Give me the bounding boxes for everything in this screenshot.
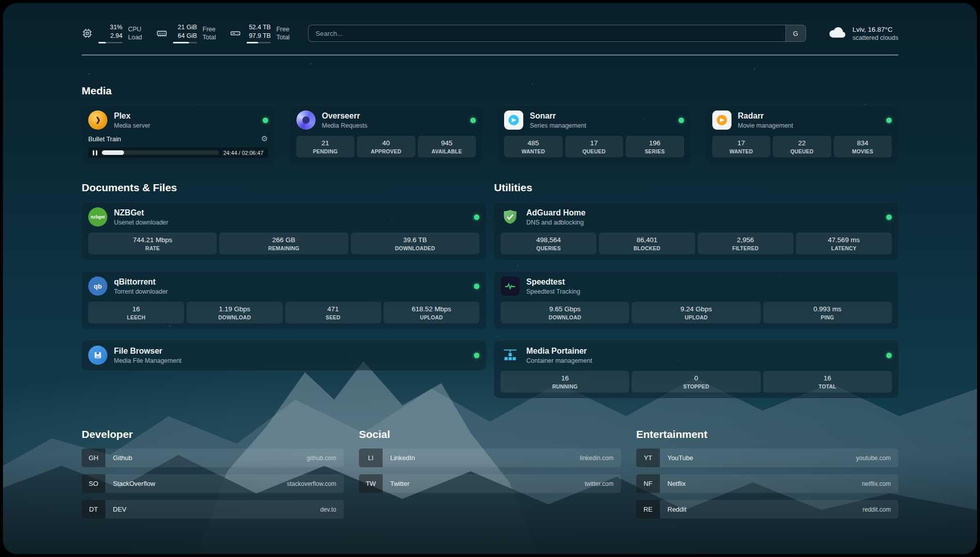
group-title-social: Social bbox=[359, 428, 621, 440]
lower-columns: Documents & Files nzbget NZBGet Usenet d… bbox=[82, 182, 898, 398]
nzbget-icon: nzbget bbox=[88, 207, 107, 227]
bookmark-domain: reddit.com bbox=[863, 506, 898, 513]
status-dot bbox=[679, 118, 684, 123]
memory-widget: 21 GiB 64 GiB Free Total bbox=[156, 23, 216, 43]
service-meta: Radarr Movie management bbox=[738, 112, 793, 129]
bookmark-name: Netflix bbox=[660, 480, 686, 487]
bookmark-netflix[interactable]: NF Netflix netflix.com bbox=[636, 474, 898, 493]
status-dot bbox=[474, 284, 479, 289]
stat-box: 471 SEED bbox=[285, 302, 381, 323]
service-header: File Browser Media File Management bbox=[88, 346, 479, 365]
cpu-usage-bar bbox=[98, 42, 122, 43]
stat-box: 945 AVAILABLE bbox=[418, 136, 476, 157]
bookmark-name: StackOverflow bbox=[105, 480, 155, 487]
service-description: Media File Management bbox=[114, 357, 181, 364]
memory-icon bbox=[156, 28, 167, 39]
search-provider-button[interactable]: G bbox=[785, 25, 806, 41]
resource-widgets: 31% 2.94 CPU Load 21 GiB 64 G bbox=[82, 23, 290, 43]
service-card-nzbget[interactable]: nzbget NZBGet Usenet downloader 744.21 M… bbox=[82, 202, 486, 260]
bookmark-abbr: TW bbox=[359, 474, 383, 493]
service-card-portainer[interactable]: Media Portainer Container management 16 … bbox=[494, 340, 898, 398]
stat-box: 9.65 Gbps DOWNLOAD bbox=[501, 302, 629, 323]
service-description: Container management bbox=[526, 357, 592, 364]
bookmark-groups: Developer GH Github github.com SO StackO… bbox=[82, 428, 898, 526]
service-stats: 16 LEECH 1.19 Gbps DOWNLOAD 471 SEED bbox=[88, 302, 479, 323]
service-description: Series management bbox=[530, 122, 586, 129]
service-meta: NZBGet Usenet downloader bbox=[114, 208, 168, 226]
service-card-qbittorrent[interactable]: qb qBittorrent Torrent downloader 16 LEE… bbox=[82, 271, 486, 329]
bookmark-stackoverflow[interactable]: SO StackOverflow stackoverflow.com bbox=[82, 474, 344, 493]
stat-box: 16 RUNNING bbox=[501, 371, 629, 393]
service-header: Speedtest Speedtest Tracking bbox=[501, 276, 892, 296]
portainer-icon bbox=[501, 346, 520, 365]
bookmark-abbr: YT bbox=[636, 449, 660, 467]
service-card-adguard[interactable]: AdGuard Home DNS and adblocking 498,564 … bbox=[494, 202, 898, 260]
memory-total: 64 GiB bbox=[178, 32, 197, 40]
service-header: Overseerr Media Requests bbox=[296, 110, 476, 130]
stat-box: 834 MOVIES bbox=[834, 136, 892, 157]
cpu-load-value: 2.94 bbox=[110, 32, 122, 40]
service-stats: 485 WANTED 17 QUEUED 196 SERIES bbox=[504, 136, 684, 157]
stat-box: 744.21 Mbps RATE bbox=[88, 233, 217, 254]
service-card-sonarr[interactable]: Sonarr Series management 485 WANTED 17 Q… bbox=[498, 105, 691, 163]
service-header: Plex Media server bbox=[88, 110, 268, 130]
stat-box: 16 LEECH bbox=[88, 302, 184, 323]
now-playing-title: Bullet Train bbox=[88, 135, 121, 143]
bookmark-name: Twitter bbox=[383, 480, 409, 487]
bookmark-github[interactable]: GH Github github.com bbox=[82, 449, 344, 467]
now-playing-row: Bullet Train ⚙ bbox=[88, 135, 268, 143]
gear-icon[interactable]: ⚙ bbox=[261, 135, 268, 143]
cpu-widget: 31% 2.94 CPU Load bbox=[82, 23, 142, 43]
adguard-icon bbox=[501, 207, 520, 227]
weather-widget: Lviv, 16.87°C scattered clouds bbox=[828, 26, 898, 41]
service-header: nzbget NZBGet Usenet downloader bbox=[88, 207, 479, 227]
service-description: Speedtest Tracking bbox=[526, 288, 580, 295]
background-stars bbox=[3, 3, 4, 4]
playback-bar: 24:44 / 02:06:47 bbox=[88, 147, 268, 158]
service-card-filebrowser[interactable]: File Browser Media File Management bbox=[82, 340, 486, 370]
search-input[interactable] bbox=[309, 30, 785, 37]
section-title-utilities: Utilities bbox=[494, 182, 898, 194]
bookmark-abbr: SO bbox=[82, 474, 105, 493]
service-name: Plex bbox=[114, 112, 150, 121]
service-stats: 498,564 QUERIES 86,401 BLOCKED 2,956 FIL… bbox=[501, 233, 892, 254]
bookmark-domain: linkedin.com bbox=[580, 455, 621, 462]
stat-box: 21 PENDING bbox=[296, 136, 355, 157]
bookmark-linkedin[interactable]: LI LinkedIn linkedin.com bbox=[359, 449, 621, 467]
service-header: Media Portainer Container management bbox=[501, 346, 892, 365]
stat-box: 0 STOPPED bbox=[632, 371, 760, 393]
service-name: qBittorrent bbox=[114, 277, 168, 287]
bookmark-dev[interactable]: DT DEV dev.to bbox=[82, 500, 344, 519]
disk-widget: 52.4 TB 97.9 TB Free Total bbox=[230, 23, 289, 43]
bookmark-name: YouTube bbox=[660, 454, 693, 462]
service-meta: File Browser Media File Management bbox=[114, 347, 181, 364]
service-meta: Sonarr Series management bbox=[530, 112, 586, 129]
service-description: Media server bbox=[114, 122, 150, 129]
stat-box: 16 TOTAL bbox=[763, 371, 892, 393]
bookmark-reddit[interactable]: RE Reddit reddit.com bbox=[636, 500, 898, 519]
service-name: NZBGet bbox=[114, 208, 168, 217]
service-card-overseerr[interactable]: Overseerr Media Requests 21 PENDING 40 A… bbox=[290, 105, 483, 163]
service-name: Overseerr bbox=[322, 112, 368, 121]
service-meta: Overseerr Media Requests bbox=[322, 112, 368, 129]
weather-location: Lviv, 16.87°C bbox=[852, 26, 898, 33]
service-card-plex[interactable]: Plex Media server Bullet Train ⚙ 24:44 /… bbox=[82, 105, 275, 163]
service-meta: qBittorrent Torrent downloader bbox=[114, 277, 168, 295]
bookmark-twitter[interactable]: TW Twitter twitter.com bbox=[359, 474, 621, 493]
stat-box: 86,401 BLOCKED bbox=[599, 233, 695, 254]
disk-values: 52.4 TB 97.9 TB bbox=[247, 23, 271, 43]
service-card-speedtest[interactable]: Speedtest Speedtest Tracking 9.65 Gbps D… bbox=[494, 271, 898, 329]
service-meta: Speedtest Speedtest Tracking bbox=[526, 277, 580, 295]
pause-button[interactable] bbox=[93, 150, 97, 155]
service-card-radarr[interactable]: Radarr Movie management 17 WANTED 22 QUE… bbox=[706, 105, 899, 163]
stat-box: 618.52 Mbps UPLOAD bbox=[384, 302, 479, 323]
service-meta: Media Portainer Container management bbox=[526, 347, 592, 364]
playback-time: 24:44 / 02:06:47 bbox=[223, 150, 264, 156]
service-stats: 744.21 Mbps RATE 266 GB REMAINING 39.6 T… bbox=[88, 233, 479, 254]
bookmark-youtube[interactable]: YT YouTube youtube.com bbox=[636, 449, 898, 467]
stat-box: 2,956 FILTERED bbox=[698, 233, 793, 254]
bookmark-name: Github bbox=[105, 454, 132, 462]
cpu-labels: CPU Load bbox=[128, 25, 142, 42]
stat-box: 40 APPROVED bbox=[357, 136, 415, 157]
seek-bar[interactable] bbox=[102, 150, 219, 155]
